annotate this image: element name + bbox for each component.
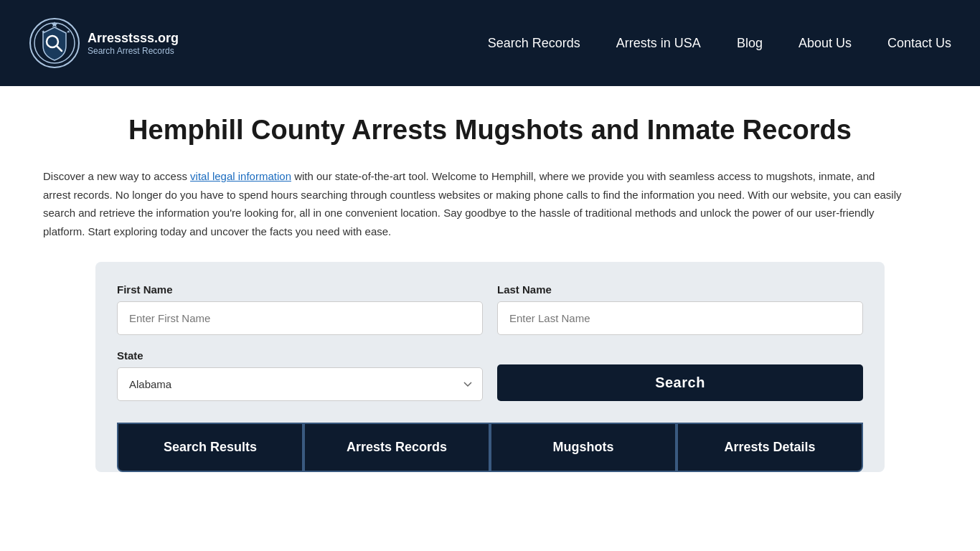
- blog-link[interactable]: Blog: [737, 36, 763, 51]
- vital-legal-info-link[interactable]: vital legal information: [190, 170, 291, 182]
- search-records-link[interactable]: Search Records: [488, 36, 580, 51]
- last-name-label: Last Name: [497, 283, 863, 296]
- state-select[interactable]: Alabama Alaska Arizona Arkansas Californ…: [117, 367, 483, 401]
- last-name-input[interactable]: [497, 301, 863, 335]
- nav-links: Search Records Arrests in USA Blog About…: [488, 36, 951, 51]
- first-name-input[interactable]: [117, 301, 483, 335]
- description-paragraph: Discover a new way to access vital legal…: [43, 167, 904, 240]
- search-results-button[interactable]: Search Results: [117, 423, 303, 472]
- bottom-buttons: Search Results Arrests Records Mugshots …: [117, 423, 863, 472]
- logo[interactable]: Arresstsss.org Search Arrest Records: [29, 17, 179, 69]
- description-pre-link: Discover a new way to access: [43, 170, 190, 182]
- mugshots-button[interactable]: Mugshots: [490, 423, 677, 472]
- state-search-row: State Alabama Alaska Arizona Arkansas Ca…: [117, 349, 863, 401]
- navigation: Arresstsss.org Search Arrest Records Sea…: [0, 0, 980, 86]
- svg-marker-4: [52, 22, 57, 27]
- search-form-container: First Name Last Name State Alabama Alask…: [95, 262, 885, 472]
- arrests-in-usa-link[interactable]: Arrests in USA: [616, 36, 701, 51]
- state-group: State Alabama Alaska Arizona Arkansas Ca…: [117, 349, 483, 401]
- first-name-group: First Name: [117, 283, 483, 335]
- logo-name: Arresstsss.org: [88, 31, 179, 46]
- main-content: Hemphill County Arrests Mugshots and Inm…: [0, 86, 980, 551]
- logo-tagline: Search Arrest Records: [88, 46, 179, 56]
- first-name-label: First Name: [117, 283, 483, 296]
- logo-icon: [29, 17, 80, 69]
- name-fields-row: First Name Last Name: [117, 283, 863, 335]
- arrests-details-button[interactable]: Arrests Details: [677, 423, 863, 472]
- arrests-records-button[interactable]: Arrests Records: [303, 423, 490, 472]
- svg-marker-6: [67, 30, 70, 33]
- state-label: State: [117, 349, 483, 362]
- search-button[interactable]: Search: [497, 364, 863, 401]
- logo-text: Arresstsss.org Search Arrest Records: [88, 31, 179, 56]
- about-us-link[interactable]: About Us: [798, 36, 852, 51]
- contact-us-link[interactable]: Contact Us: [887, 36, 951, 51]
- page-title: Hemphill County Arrests Mugshots and Inm…: [43, 115, 937, 146]
- last-name-group: Last Name: [497, 283, 863, 335]
